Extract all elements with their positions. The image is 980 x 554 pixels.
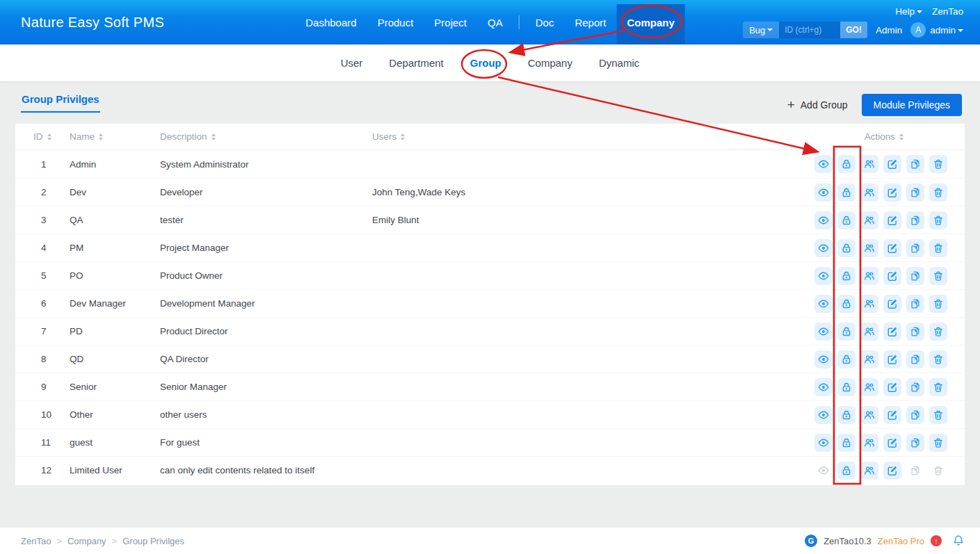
group-members-icon[interactable] <box>860 406 878 424</box>
admin-link[interactable]: Admin <box>876 25 902 35</box>
copy-icon[interactable] <box>906 295 924 313</box>
upgrade-icon[interactable]: ↑ <box>931 535 942 546</box>
group-members-icon[interactable] <box>860 184 878 202</box>
group-members-icon[interactable] <box>860 155 878 173</box>
lock-icon[interactable] <box>837 295 856 313</box>
copy-icon[interactable] <box>906 350 924 368</box>
copy-icon[interactable] <box>906 378 924 396</box>
group-members-icon[interactable] <box>860 462 878 480</box>
group-members-icon[interactable] <box>860 323 878 341</box>
lock-icon[interactable] <box>837 350 856 368</box>
trash-icon[interactable] <box>929 323 947 341</box>
nav-item-doc[interactable]: Doc <box>525 0 565 44</box>
trash-icon[interactable] <box>929 155 947 173</box>
group-members-icon[interactable] <box>860 378 878 396</box>
page-title[interactable]: Group Privilges <box>21 93 100 113</box>
copy-icon[interactable] <box>906 434 924 452</box>
edit-icon[interactable] <box>883 462 901 480</box>
trash-icon[interactable] <box>929 184 947 202</box>
eye-icon[interactable] <box>814 406 833 424</box>
edit-icon[interactable] <box>883 267 901 285</box>
lock-icon[interactable] <box>837 211 856 229</box>
edit-icon[interactable] <box>883 155 901 173</box>
nav-item-product[interactable]: Product <box>367 0 424 44</box>
subnav-item-user[interactable]: User <box>341 57 363 69</box>
add-group-button[interactable]: + Add Group <box>787 99 848 111</box>
avatar[interactable]: A <box>910 22 926 38</box>
copy-icon[interactable] <box>906 155 924 173</box>
zentao-link[interactable]: ZenTao <box>932 6 963 17</box>
eye-icon[interactable] <box>814 155 833 173</box>
eye-icon[interactable] <box>814 211 833 229</box>
help-menu[interactable]: Help <box>895 6 922 17</box>
column-header-users[interactable]: Users <box>372 131 810 142</box>
nav-item-qa[interactable]: QA <box>477 0 513 44</box>
column-header-name[interactable]: Name <box>70 131 160 142</box>
eye-icon[interactable] <box>814 239 833 257</box>
lock-icon[interactable] <box>837 267 856 285</box>
group-members-icon[interactable] <box>860 295 878 313</box>
subnav-item-group[interactable]: Group <box>470 57 501 69</box>
copy-icon[interactable] <box>906 211 924 229</box>
eye-icon[interactable] <box>814 267 833 285</box>
group-members-icon[interactable] <box>860 350 878 368</box>
trash-icon[interactable] <box>929 239 947 257</box>
zentao-pro-link[interactable]: ZenTao Pro <box>878 536 924 546</box>
edit-icon[interactable] <box>883 406 901 424</box>
nav-item-dashboard[interactable]: Dashboard <box>295 0 367 44</box>
breadcrumb-company[interactable]: Company <box>67 536 106 546</box>
copy-icon[interactable] <box>906 323 924 341</box>
edit-icon[interactable] <box>883 184 901 202</box>
subnav-item-dynamic[interactable]: Dynamic <box>599 57 639 69</box>
user-menu[interactable]: admin <box>930 25 963 35</box>
edit-icon[interactable] <box>883 434 901 452</box>
breadcrumb-zentao[interactable]: ZenTao <box>21 536 51 546</box>
trash-icon[interactable] <box>929 350 947 368</box>
edit-icon[interactable] <box>883 350 901 368</box>
lock-icon[interactable] <box>837 323 856 341</box>
copy-icon[interactable] <box>906 184 924 202</box>
edit-icon[interactable] <box>883 295 901 313</box>
module-privileges-button[interactable]: Module Privileges <box>862 94 963 116</box>
column-header-description[interactable]: Description <box>160 131 372 142</box>
group-members-icon[interactable] <box>860 267 878 285</box>
eye-icon[interactable] <box>814 323 833 341</box>
trash-icon[interactable] <box>929 406 947 424</box>
eye-icon[interactable] <box>814 434 833 452</box>
edit-icon[interactable] <box>883 239 901 257</box>
trash-icon[interactable] <box>929 267 947 285</box>
lock-icon[interactable] <box>837 378 856 396</box>
group-members-icon[interactable] <box>860 434 878 452</box>
copy-icon[interactable] <box>906 239 924 257</box>
edit-icon[interactable] <box>883 378 901 396</box>
notification-bell-icon[interactable] <box>952 535 965 547</box>
eye-icon[interactable] <box>814 184 833 202</box>
lock-icon[interactable] <box>837 434 856 452</box>
app-logo[interactable]: Nature Easy Soft PMS <box>21 0 164 44</box>
search-type-select[interactable]: Bug <box>743 22 779 38</box>
column-header-id[interactable]: ID <box>33 131 70 142</box>
column-header-actions[interactable]: Actions <box>810 131 965 142</box>
copy-icon[interactable] <box>906 406 924 424</box>
subnav-item-department[interactable]: Department <box>389 57 443 69</box>
eye-icon[interactable] <box>814 350 833 368</box>
group-members-icon[interactable] <box>860 211 878 229</box>
subnav-item-company[interactable]: Company <box>528 57 572 69</box>
nav-item-company[interactable]: Company <box>616 4 684 44</box>
lock-icon[interactable] <box>837 462 856 480</box>
eye-icon[interactable] <box>814 295 833 313</box>
group-members-icon[interactable] <box>860 239 878 257</box>
search-input[interactable] <box>779 22 840 38</box>
trash-icon[interactable] <box>929 378 947 396</box>
lock-icon[interactable] <box>837 184 856 202</box>
lock-icon[interactable] <box>837 155 856 173</box>
edit-icon[interactable] <box>883 323 901 341</box>
edit-icon[interactable] <box>883 211 901 229</box>
copy-icon[interactable] <box>906 267 924 285</box>
go-button[interactable]: GO! <box>840 22 867 38</box>
lock-icon[interactable] <box>837 239 856 257</box>
trash-icon[interactable] <box>929 295 947 313</box>
nav-item-report[interactable]: Report <box>564 0 616 44</box>
nav-item-project[interactable]: Project <box>424 0 477 44</box>
trash-icon[interactable] <box>929 434 947 452</box>
